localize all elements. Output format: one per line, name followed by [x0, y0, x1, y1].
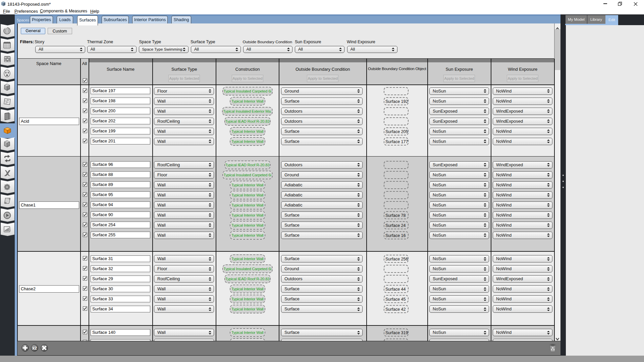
svg-text:x2: x2	[32, 346, 37, 350]
